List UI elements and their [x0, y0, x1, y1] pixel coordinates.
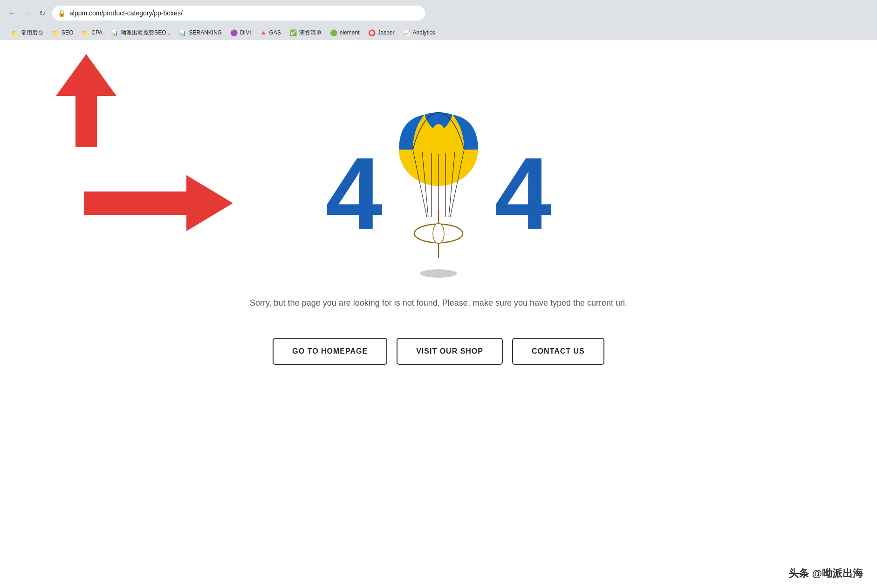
four-oh-four: 4: [326, 105, 552, 282]
bookmark-seo[interactable]: 📁 SEO: [48, 27, 77, 38]
bookmark-cpa[interactable]: 📁 CPA: [78, 27, 106, 38]
error-message: Sorry, but the page you are looking for …: [250, 296, 627, 310]
browser-controls: ← → ↻ 🔒 alppm.com/product-category/pp-bo…: [6, 4, 871, 22]
browser-chrome: ← → ↻ 🔒 alppm.com/product-category/pp-bo…: [0, 0, 877, 40]
jasper-icon: ⭕: [368, 29, 376, 36]
element-icon: 🟢: [330, 29, 337, 36]
go-to-homepage-button[interactable]: GO TO HOMEPAGE: [273, 338, 387, 365]
visit-our-shop-button[interactable]: VISIT OUR SHOP: [397, 338, 503, 365]
bookmark-divi[interactable]: 🟣 DIVI: [226, 27, 254, 38]
shadow-ellipse: [420, 269, 457, 278]
watermark: 头条 @呦派出海: [788, 567, 863, 581]
error-container: 4: [0, 77, 877, 365]
bookmark-label-3: CPA: [91, 29, 103, 36]
svg-point-13: [433, 223, 444, 244]
bar-chart-icon: 📊: [179, 29, 186, 36]
check-icon: ✅: [289, 29, 297, 36]
buttons-row: GO TO HOMEPAGE VISIT OUR SHOP CONTACT US: [273, 338, 604, 365]
nav-buttons: ← → ↻: [6, 7, 48, 20]
gas-icon: 🔺: [260, 29, 267, 36]
bookmark-changyong[interactable]: 📁 常用后台: [7, 27, 47, 39]
bookmark-label-4: 呦派出海免费SEO...: [121, 29, 171, 37]
contact-us-button[interactable]: CONTACT US: [512, 338, 604, 365]
bookmark-label-9: element: [340, 29, 360, 36]
divi-icon: 🟣: [230, 29, 238, 36]
bookmark-gas[interactable]: 🔺 GAS: [256, 27, 285, 38]
parachute-svg: [387, 105, 490, 264]
bookmark-dida[interactable]: ✅ 滴答清单: [286, 27, 325, 39]
url-text: alppm.com/product-category/pp-boxes/: [69, 9, 183, 17]
folder-icon-3: 📁: [82, 29, 89, 36]
folder-icon: 📁: [11, 29, 19, 36]
bookmark-label-8: 滴答清单: [299, 29, 322, 37]
forward-button[interactable]: →: [21, 7, 34, 20]
watermark-text: 头条 @呦派出海: [788, 567, 863, 579]
folder-icon-2: 📁: [52, 29, 59, 36]
parachute-container: [387, 105, 490, 282]
bookmark-label-10: Jasper: [378, 29, 395, 36]
bookmarks-bar: 📁 常用后台 📁 SEO 📁 CPA 📊 呦派出海免费SEO... 📊 SERA…: [6, 25, 871, 40]
bookmark-label: 常用后台: [21, 29, 43, 37]
page-content: 4: [0, 40, 877, 588]
address-bar[interactable]: 🔒 alppm.com/product-category/pp-boxes/: [52, 6, 425, 21]
bookmark-jasper[interactable]: ⭕ Jasper: [364, 27, 398, 38]
analytics-icon: 📈: [403, 29, 411, 36]
bookmark-label-6: DIVI: [240, 29, 251, 36]
bookmark-label-5: SERANKING: [189, 29, 222, 36]
digit-right: 4: [494, 143, 551, 245]
bookmark-label-2: SEO: [62, 29, 73, 36]
bookmark-label-11: Analytics: [413, 29, 435, 36]
bookmark-element[interactable]: 🟢 element: [326, 27, 363, 38]
digit-left: 4: [326, 143, 383, 245]
bookmark-youpai[interactable]: 📊 呦派出海免费SEO...: [107, 27, 174, 39]
chart-icon: 📊: [111, 29, 118, 36]
reload-button[interactable]: ↻: [35, 7, 48, 20]
bookmark-analytics[interactable]: 📈 Analytics: [399, 27, 439, 38]
bookmark-label-7: GAS: [269, 29, 281, 36]
back-button[interactable]: ←: [6, 7, 19, 20]
lock-icon: 🔒: [58, 9, 66, 17]
bookmark-seranking[interactable]: 📊 SERANKING: [175, 27, 226, 38]
